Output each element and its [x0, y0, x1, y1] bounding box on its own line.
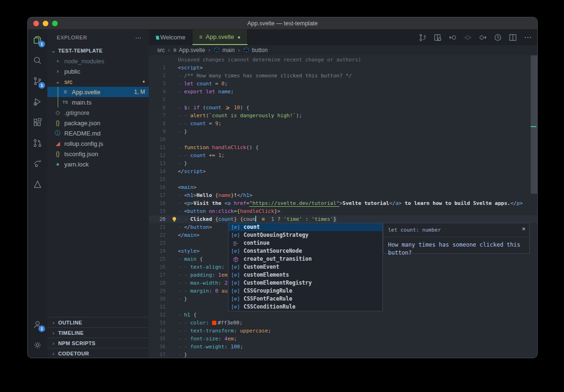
- live-share-icon: [32, 158, 43, 169]
- section-outline[interactable]: ›OUTLINE: [47, 317, 149, 327]
- breadcrumb-button[interactable]: button: [243, 46, 267, 54]
- tab-app-svelte[interactable]: ≡App.svelte●: [192, 30, 247, 45]
- file-item-yarn.lock[interactable]: ●yarn.lock: [47, 159, 149, 169]
- file-item-rollup.config.js[interactable]: ◢rollup.config.js: [47, 138, 149, 149]
- activity-settings[interactable]: [28, 335, 47, 355]
- section-timeline[interactable]: ›TIMELINE: [47, 327, 149, 338]
- activity-explorer[interactable]: 1: [28, 30, 47, 50]
- window-controls: [33, 21, 58, 26]
- file-status-badge: ●: [143, 79, 145, 84]
- suggestion-CSSGroupingRule[interactable]: [⊘]CSSGroupingRule: [229, 287, 382, 295]
- line-number: 32: [149, 311, 166, 319]
- toolbar-file-history[interactable]: [491, 31, 504, 44]
- line-content: → h1 {: [178, 311, 197, 319]
- git-file-icon: ◇: [54, 109, 61, 116]
- line-number: 3: [149, 80, 166, 88]
- suggestion-CSSFontFaceRule[interactable]: [⊘]CSSFontFaceRule: [229, 295, 382, 303]
- file-item-README.md[interactable]: ⓘREADME.md: [47, 128, 149, 138]
- suggestion-ConstantSourceNode[interactable]: [⊘]ConstantSourceNode: [229, 247, 382, 255]
- vscode-window: App.svelte — test-template 111 EXPLORER …: [27, 17, 538, 358]
- code-line: 37→ }: [149, 351, 537, 358]
- close-icon[interactable]: ×: [522, 225, 526, 233]
- section-npm-scripts[interactable]: ›NPM SCRIPTS: [47, 338, 149, 348]
- line-number: 30: [149, 295, 166, 303]
- line-number: 37: [149, 351, 166, 358]
- line-number: 1: [149, 64, 166, 72]
- file-item-main.ts[interactable]: TSmain.ts: [47, 97, 149, 107]
- tab-welcome[interactable]: ◥◣Welcome: [149, 30, 192, 45]
- json-file-icon: {}: [54, 151, 61, 157]
- activity-accounts[interactable]: 1: [28, 314, 47, 335]
- activity-source-control[interactable]: 1: [28, 71, 47, 91]
- code-line: 11→ function handleClick() {: [149, 143, 537, 151]
- minimize-window-button[interactable]: [43, 21, 48, 26]
- file-item-public[interactable]: ›public: [47, 66, 149, 76]
- explorer-sidebar: EXPLORER ⋯ ⌄ TEST-TEMPLATE ›node_modules…: [47, 30, 149, 358]
- suggestion-CountQueuingStrategy[interactable]: [⊘]CountQueuingStrategy: [229, 231, 382, 239]
- line-number: 25: [149, 255, 166, 263]
- file-item-package.json[interactable]: {}package.json: [47, 118, 149, 128]
- line-number: 4: [149, 88, 166, 96]
- toolbar-gitlens-compare[interactable]: [416, 31, 429, 44]
- suggestion-customElements[interactable]: [⊘]customElements: [229, 271, 382, 279]
- file-name: public: [64, 68, 80, 75]
- ts-file-icon: TS: [61, 100, 69, 105]
- file-item-.gitignore[interactable]: ◇.gitignore: [47, 107, 149, 118]
- suggestion-count[interactable]: [⊘]count: [229, 223, 382, 231]
- code-line: 34→ → text-transform: uppercase;: [149, 327, 537, 335]
- toolbar-open-preview[interactable]: [431, 31, 444, 44]
- suggestion-continue[interactable]: continue: [229, 239, 382, 247]
- chevron-right-icon: ›: [54, 68, 61, 75]
- code-line: Unsaved changes (cannot determine recent…: [149, 56, 537, 64]
- line-number: 15: [149, 175, 166, 183]
- activity-extensions[interactable]: [28, 112, 47, 133]
- activity-github-pull-requests[interactable]: [28, 133, 47, 153]
- toolbar-split-editor[interactable]: [506, 31, 519, 44]
- file-item-App.svelte[interactable]: ≡App.svelte1, M: [47, 87, 149, 97]
- toolbar-next-change[interactable]: [476, 31, 489, 44]
- toolbar-more-actions[interactable]: [521, 31, 534, 44]
- variable-bracket-icon: [⊘]: [230, 279, 241, 287]
- lightbulb-icon[interactable]: [171, 216, 177, 222]
- code-line: 15: [149, 175, 537, 183]
- workspace-section-header[interactable]: ⌄ TEST-TEMPLATE: [47, 45, 149, 56]
- line-number: 36: [149, 343, 166, 351]
- code-line: 35→ → font-size: 4em;: [149, 335, 537, 343]
- suggestion-CSSConditionRule[interactable]: [⊘]CSSConditionRule: [229, 303, 382, 311]
- line-number: 17: [149, 191, 166, 199]
- suggestion-label: continue: [244, 239, 269, 247]
- breadcrumb-src[interactable]: src: [157, 47, 165, 53]
- line-number: 20: [149, 215, 166, 223]
- maximize-window-button[interactable]: [52, 21, 58, 26]
- activity-run-debug[interactable]: [28, 91, 47, 112]
- section-codetour[interactable]: ›CODETOUR: [47, 348, 149, 358]
- close-window-button[interactable]: [33, 21, 39, 26]
- file-item-tsconfig.json[interactable]: {}tsconfig.json: [47, 149, 149, 159]
- line-content: → /** How many times has someone clicked…: [178, 72, 352, 80]
- activity-azure[interactable]: [28, 174, 47, 195]
- suggestion-details-panel: let count: number How many times has som…: [383, 223, 530, 254]
- line-content: → }: [178, 351, 187, 358]
- line-content: → <button on:click={handleClick}>: [178, 207, 281, 215]
- sidebar-more-actions-icon[interactable]: ⋯: [135, 34, 142, 41]
- activity-search[interactable]: [28, 50, 47, 71]
- line-number: 28: [149, 279, 166, 287]
- toolbar-change[interactable]: [461, 31, 474, 44]
- file-item-src[interactable]: ⌄src●: [47, 76, 149, 87]
- code-editor[interactable]: [⊘]count[⊘]CountQueuingStrategycontinue[…: [149, 55, 537, 358]
- title-bar[interactable]: App.svelte — test-template: [28, 17, 537, 30]
- line-number: 14: [149, 167, 166, 175]
- suggestion-create_out_transition[interactable]: create_out_transition: [229, 255, 382, 263]
- suggestion-CustomEvent[interactable]: [⊘]CustomEvent: [229, 263, 382, 271]
- history-icon: [493, 33, 503, 42]
- line-number: 12: [149, 151, 166, 159]
- variable-bracket-icon: [⊘]: [230, 247, 241, 255]
- toolbar-previous-change[interactable]: [446, 31, 459, 44]
- breadcrumb-main[interactable]: main: [213, 46, 235, 54]
- activity-live-share[interactable]: [28, 153, 47, 174]
- file-item-node_modules[interactable]: ›node_modules: [47, 56, 149, 66]
- chevron-down-icon: ⌄: [51, 48, 56, 54]
- suggestion-CustomElementRegistry[interactable]: [⊘]CustomElementRegistry: [229, 279, 382, 287]
- cube-icon: [230, 255, 241, 263]
- breadcrumb-App.svelte[interactable]: ≡App.svelte: [173, 47, 205, 53]
